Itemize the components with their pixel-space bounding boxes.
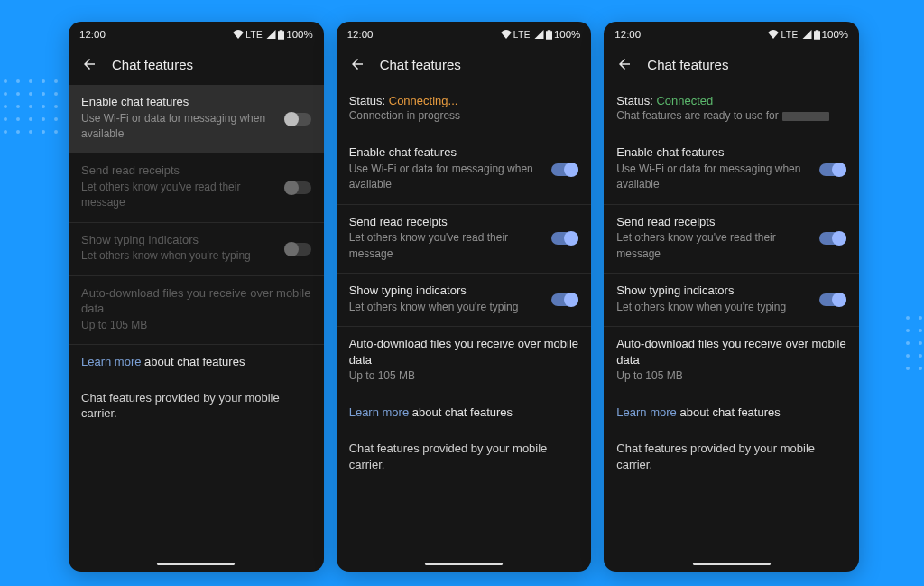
learn-row[interactable]: Learn more about chat features	[69, 345, 324, 381]
receipts-sub: Let others know you've read their messag…	[81, 180, 273, 211]
battery-icon	[814, 30, 820, 40]
enable-toggle[interactable]	[284, 113, 311, 126]
autodl-row[interactable]: Auto-download files you receive over mob…	[337, 327, 592, 395]
status-line: Status: Connecting...	[349, 94, 579, 107]
typing-toggle	[284, 243, 311, 256]
receipts-row[interactable]: Send read receipts Let others know you'v…	[604, 205, 859, 273]
autodl-title: Auto-download files you receive over mob…	[349, 336, 579, 367]
learn-row[interactable]: Learn more about chat features	[604, 395, 859, 432]
learn-text: Learn more about chat features	[349, 405, 579, 421]
receipts-row[interactable]: Send read receipts Let others know you'v…	[337, 205, 592, 273]
page-title: Chat features	[112, 57, 193, 72]
enable-sub: Use Wi-Fi or data for messaging when ava…	[81, 111, 273, 143]
autodl-title: Auto-download files you receive over mob…	[81, 285, 311, 317]
wifi-icon	[501, 30, 512, 39]
home-handle[interactable]	[693, 563, 771, 565]
learn-row[interactable]: Learn more about chat features	[337, 395, 592, 432]
bg-dots-left	[4, 79, 58, 134]
back-button[interactable]	[349, 56, 365, 72]
enable-chat-row[interactable]: Enable chat features Use Wi-Fi or data f…	[69, 85, 324, 153]
typing-sub: Let others know when you're typing	[81, 248, 273, 264]
battery-level: 100%	[554, 29, 580, 40]
learn-link[interactable]: Learn more	[616, 405, 676, 419]
receipts-sub: Let others know you've read their messag…	[616, 230, 808, 262]
receipts-toggle[interactable]	[819, 232, 846, 245]
learn-link[interactable]: Learn more	[81, 355, 141, 368]
status-value: Connected	[656, 94, 713, 107]
nav-bar	[69, 555, 324, 572]
typing-row[interactable]: Show typing indicators Let others know w…	[337, 274, 592, 326]
status-value: Connecting...	[389, 94, 458, 107]
typing-sub: Let others know when you're typing	[349, 300, 541, 315]
page-title: Chat features	[380, 57, 461, 72]
receipts-title: Send read receipts	[349, 214, 541, 230]
autodl-sub: Up to 105 MB	[616, 368, 846, 384]
footer-text: Chat features provided by your mobile ca…	[616, 441, 846, 472]
typing-title: Show typing indicators	[616, 283, 808, 299]
receipts-sub: Let others know you've read their messag…	[349, 230, 541, 262]
footer-row: Chat features provided by your mobile ca…	[337, 432, 592, 483]
status-icons: LTE 100%	[501, 29, 581, 40]
nav-bar	[337, 555, 592, 572]
phone-off: 12:00 LTE 100% Chat features Enable chat…	[69, 22, 324, 572]
typing-toggle[interactable]	[819, 293, 846, 306]
receipts-toggle	[284, 181, 311, 194]
home-handle[interactable]	[425, 563, 503, 565]
status-bar: 12:00 LTE 100%	[604, 22, 859, 45]
typing-toggle[interactable]	[551, 293, 578, 306]
status-sub: Chat features are ready to use for	[616, 108, 846, 124]
wifi-icon	[768, 30, 779, 39]
status-icons: LTE 100%	[768, 29, 848, 40]
autodl-sub: Up to 105 MB	[81, 318, 311, 333]
home-handle[interactable]	[157, 563, 235, 565]
clock: 12:00	[79, 29, 106, 40]
network-label: LTE	[513, 30, 531, 40]
back-button[interactable]	[616, 56, 633, 72]
phone-connecting: 12:00 LTE 100% Chat features Status: Con…	[337, 22, 592, 572]
enable-toggle[interactable]	[551, 163, 578, 176]
learn-text: Learn more about chat features	[81, 354, 311, 370]
status-icons: LTE 100%	[233, 29, 313, 40]
phones-shelf: 12:00 LTE 100% Chat features Enable chat…	[69, 22, 859, 572]
status-sub: Connection in progress	[349, 108, 579, 124]
receipts-row: Send read receipts Let others know you'v…	[69, 153, 324, 221]
enable-chat-row[interactable]: Enable chat features Use Wi-Fi or data f…	[337, 135, 592, 203]
battery-icon	[278, 30, 284, 40]
status-row: Status: Connected Chat features are read…	[604, 85, 859, 135]
typing-sub: Let others know when you're typing	[616, 300, 808, 315]
enable-sub: Use Wi-Fi or data for messaging when ava…	[349, 162, 541, 193]
enable-title: Enable chat features	[349, 144, 541, 161]
page-title: Chat features	[647, 57, 728, 72]
receipts-toggle[interactable]	[551, 232, 578, 245]
battery-level: 100%	[822, 29, 848, 40]
app-bar: Chat features	[337, 45, 592, 85]
typing-title: Show typing indicators	[349, 283, 541, 299]
autodl-sub: Up to 105 MB	[349, 368, 579, 384]
receipts-title: Send read receipts	[81, 163, 273, 179]
enable-toggle[interactable]	[819, 163, 846, 176]
redacted-number	[782, 112, 829, 121]
app-bar: Chat features	[604, 45, 859, 85]
nav-bar	[604, 555, 859, 572]
enable-sub: Use Wi-Fi or data for messaging when ava…	[616, 162, 808, 193]
learn-link[interactable]: Learn more	[349, 405, 409, 419]
clock: 12:00	[614, 29, 641, 40]
phone-connected: 12:00 LTE 100% Chat features Status: Con…	[604, 22, 859, 572]
enable-title: Enable chat features	[616, 144, 808, 161]
typing-row[interactable]: Show typing indicators Let others know w…	[604, 274, 859, 326]
autodl-row[interactable]: Auto-download files you receive over mob…	[604, 327, 859, 395]
wifi-icon	[233, 30, 244, 39]
receipts-title: Send read receipts	[616, 214, 808, 230]
autodl-row: Auto-download files you receive over mob…	[69, 276, 324, 344]
enable-chat-row[interactable]: Enable chat features Use Wi-Fi or data f…	[604, 135, 859, 203]
back-button[interactable]	[81, 56, 97, 72]
footer-row: Chat features provided by your mobile ca…	[69, 381, 324, 433]
typing-row: Show typing indicators Let others know w…	[69, 223, 324, 275]
status-bar: 12:00 LTE 100%	[69, 22, 324, 45]
status-row: Status: Connecting... Connection in prog…	[337, 85, 592, 135]
signal-icon	[266, 30, 276, 39]
footer-text: Chat features provided by your mobile ca…	[81, 390, 311, 422]
typing-title: Show typing indicators	[81, 232, 273, 248]
network-label: LTE	[245, 30, 263, 40]
battery-icon	[546, 30, 552, 40]
